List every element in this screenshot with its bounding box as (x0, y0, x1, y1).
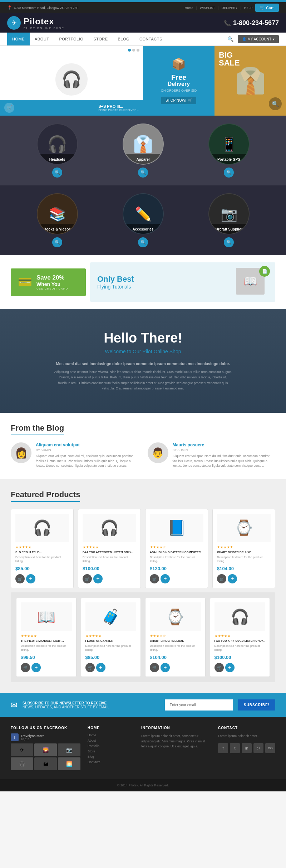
product-5-add-btn[interactable]: + (31, 663, 41, 672)
product-8-rating: ★★★★★ (214, 634, 266, 638)
footer-thumb-4: 🎧 (11, 757, 33, 770)
my-account-button[interactable]: 👤 MY ACCOUNT ▾ (238, 35, 279, 43)
nav-contacts[interactable]: CONTACTS (134, 33, 167, 45)
product-2-cart-btn[interactable]: 🛒 (83, 574, 92, 583)
cat-headsets-circle: 🎧 Headsets (37, 123, 78, 165)
product-4-price: $104.00 (217, 566, 271, 571)
product-2-add-btn[interactable]: + (93, 574, 103, 583)
cart-circle-btn[interactable]: 🛒 (4, 103, 14, 113)
product-6-cart-btn[interactable]: 🛒 (85, 663, 95, 672)
blog-post-2-title[interactable]: Mauris posuere (173, 442, 276, 447)
product-8-add-btn[interactable]: + (225, 663, 235, 672)
headsets-icon: 🎧 (47, 135, 67, 154)
cat-headsets-label: Headsets (49, 157, 65, 161)
delivery-link[interactable]: DELIVERY (222, 6, 237, 10)
nav-portfolio[interactable]: PORTFOLIO (54, 33, 88, 45)
account-icon: 👤 (242, 37, 246, 41)
footer-link-contacts[interactable]: Contacts (88, 760, 134, 764)
site-name: Pilotex (24, 16, 64, 26)
social-google[interactable]: g+ (253, 743, 263, 753)
product-6-image: 🧳 (85, 602, 137, 631)
social-facebook[interactable]: f (218, 743, 228, 753)
footer-copyright: © 2014 Pilotex. All Rights Reserved. (11, 784, 275, 787)
product-4-desc: Description text here for the product li… (217, 555, 271, 563)
product-2-image: 🎧 (83, 514, 136, 542)
cat-aircraft: 📷 Aircraft Supplies 🔍 (208, 193, 250, 247)
social-linkedin[interactable]: in (242, 743, 252, 753)
footer-thumb-5: 🏔 (34, 757, 57, 770)
wishlist-link[interactable]: WISHLIST (200, 6, 215, 10)
product-4-add-btn[interactable]: + (228, 574, 237, 583)
product-4-cart-btn[interactable]: 🛒 (217, 574, 226, 583)
product-1-cart-btn[interactable]: 🛒 (15, 574, 25, 583)
product-7-name: CHART BINDER DELUXE (150, 639, 201, 642)
footer-link-portfolio[interactable]: Portfolio (88, 744, 134, 748)
search-button[interactable]: 🔍 (227, 35, 234, 43)
product-3-add-btn[interactable]: + (161, 574, 170, 583)
cat-aircraft-search[interactable]: 🔍 (224, 237, 234, 247)
blog-posts: 👩 Aliquam erat volutpat BY ADMIN Aliquam… (11, 442, 275, 469)
product-7-add-btn[interactable]: + (161, 663, 170, 672)
cat-gps-search[interactable]: 🔍 (224, 168, 234, 178)
social-rss[interactable]: rss (265, 743, 275, 753)
nav-about[interactable]: ABOUT (30, 33, 54, 45)
newsletter-email-input[interactable] (165, 699, 233, 711)
cat-apparel-search[interactable]: 🔍 (138, 168, 148, 178)
blog-post-1-title[interactable]: Aliquam erat volutpat (36, 442, 139, 447)
featured-products-section: Featured Products 🎧 ★★★★★ S+S PRO III TE… (0, 479, 286, 693)
fb-icon: f (11, 733, 19, 741)
newsletter-subscribe-button[interactable]: SUBSCRIBE! (238, 699, 275, 711)
footer-thumbnails: ✈ 🌄 📷 🎧 🏔 🌅 (11, 743, 80, 770)
category-items-2: 📚 Books & Videos 🔍 ✏️ Accessories 🔍 📷 (14, 193, 272, 247)
product-2-icon: 🎧 (100, 519, 119, 537)
footer-thumb-3: 📷 (58, 743, 80, 756)
product-1-add-btn[interactable]: + (26, 574, 35, 583)
product-6-add-btn[interactable]: + (96, 663, 105, 672)
footer-col-social: FOLLOW US ON FACEBOOK f Travelyns store … (11, 726, 80, 770)
slide-2-detail: ON ORDERS OVER $50 (161, 89, 197, 92)
product-4-rating: ★★★★★ (217, 545, 271, 549)
product-8-image: 🎧 (214, 602, 266, 631)
cat-headsets-search[interactable]: 🔍 (52, 168, 62, 178)
newsletter-text-1: SUBSCRIBE TO OUR NEWSLETTER TO RECEIVE (23, 701, 159, 705)
product-7-cart-btn[interactable]: 🛒 (150, 663, 159, 672)
product-5-icon: 📖 (37, 608, 55, 626)
site-tagline: PILOT ONLINE SHOP (24, 26, 64, 30)
product-7-image: ⌚ (150, 602, 201, 631)
footer-link-about[interactable]: About (88, 739, 134, 742)
social-twitter[interactable]: t (230, 743, 240, 753)
footer-info-text: Lorem ipsum dolor sit amet, consectetur … (141, 733, 211, 749)
nav-store[interactable]: STORE (88, 33, 113, 45)
footer-thumb-1: ✈ (11, 743, 33, 756)
only-best-text: Only Best (97, 275, 134, 284)
slide-1-product-image: 🎧 (55, 63, 88, 96)
compare-link[interactable]: Home (185, 6, 193, 10)
cat-books-label-overlay: Books & Videos (38, 224, 77, 234)
cart-button[interactable]: 🛒 Cart: (255, 4, 279, 12)
product-5-cart-btn[interactable]: 🛒 (21, 663, 30, 672)
shop-now-button[interactable]: SHOP NOW! 🛒 (161, 97, 196, 104)
address-area: 📍 4978 Mammom Road, Glasgow ZGA BR 25P (7, 5, 79, 10)
product-3-cart-btn[interactable]: 🛒 (150, 574, 159, 583)
books-icon: 📚 (49, 206, 66, 222)
product-8-cart-btn[interactable]: 🛒 (214, 663, 224, 672)
cat-accessories-search[interactable]: 🔍 (138, 237, 148, 247)
avatar-2-icon: 👨 (152, 447, 164, 459)
product-4-name: CHART BINDER DELUXE (217, 551, 271, 554)
product-1-icon: 🎧 (33, 519, 51, 537)
footer-link-blog[interactable]: Blog (88, 755, 134, 758)
nav-blog[interactable]: BLOG (113, 33, 134, 45)
product-8-actions: 🛒 + (214, 663, 266, 672)
apparel-icon: 👔 (133, 135, 153, 154)
slide-2-subtitle: Delivery (168, 81, 190, 87)
footer-link-home[interactable]: Home (88, 733, 134, 737)
product-5-price: $99.50 (21, 655, 72, 660)
cat-accessories-circle: ✏️ Accessories (123, 193, 164, 234)
footer-link-store[interactable]: Store (88, 750, 134, 753)
cat-aircraft-label: Aircraft Supplies (214, 227, 243, 231)
slide-3-search[interactable]: 🔍 (269, 97, 282, 110)
product-4-actions: 🛒 + (217, 574, 271, 583)
nav-home[interactable]: HOME (7, 33, 30, 45)
help-link[interactable]: HELP (244, 6, 253, 10)
cat-books-search[interactable]: 🔍 (52, 237, 62, 247)
